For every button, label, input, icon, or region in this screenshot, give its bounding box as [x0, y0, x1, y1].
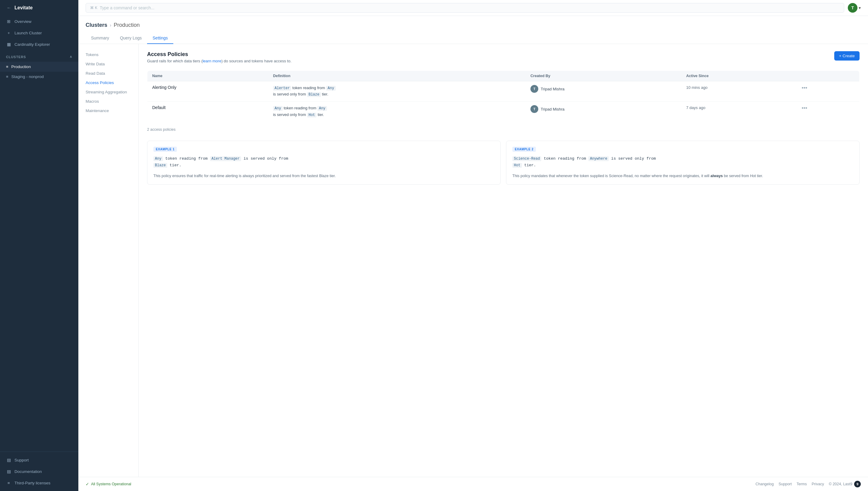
creator-name: Tripad Mishra: [541, 107, 564, 112]
settings-nav-macros[interactable]: Macros: [78, 97, 138, 106]
sidebar-item-label: Third-Party licenses: [15, 481, 50, 485]
status-section: ✓ All Systems Operational: [86, 482, 131, 487]
section-title-block: Access Policies Guard rails for which da…: [147, 51, 291, 69]
sidebar-cluster-production[interactable]: ≡ Production: [0, 62, 78, 72]
settings-nav-access-policies[interactable]: Access Policies: [78, 78, 138, 87]
settings-nav-tokens[interactable]: Tokens: [78, 50, 138, 59]
tabs: Summary Query Logs Settings: [86, 32, 861, 44]
created-by: T Tripad Mishra: [530, 85, 677, 93]
sidebar-item-support[interactable]: ▤ Support: [0, 454, 78, 466]
app-name: Levitate: [15, 5, 32, 10]
breadcrumb: Clusters › Production: [86, 22, 861, 28]
policy-name: Default: [152, 105, 165, 110]
sidebar-bottom: ▤ Support ▤ Documentation ≡ Third-Party …: [0, 452, 78, 491]
footer-links: Changelog Support Terms Privacy © 2024, …: [756, 481, 861, 487]
calendar-icon: ▦: [6, 41, 11, 47]
settings-nav-streaming-aggregation[interactable]: Streaming Aggregation: [78, 87, 138, 97]
main-content: ⌘ K Type a command or search... T ▾ Clus…: [78, 0, 868, 491]
settings-nav-write-data[interactable]: Write Data: [78, 59, 138, 69]
list-icon: ≡: [6, 75, 8, 79]
content-area: Clusters › Production Summary Query Logs…: [78, 16, 868, 477]
settings-content-area: Access Policies Guard rails for which da…: [139, 44, 868, 477]
sidebar-item-licenses[interactable]: ≡ Third-Party licenses: [0, 477, 78, 489]
create-button[interactable]: + Create: [834, 51, 860, 61]
section-description: Guard rails for which data tiers (learn …: [147, 59, 291, 63]
table-row: Default Any token reading from Any is se…: [147, 102, 860, 122]
chevron-up-icon: ∧: [69, 55, 72, 59]
breadcrumb-separator: ›: [110, 23, 111, 28]
tab-query-logs[interactable]: Query Logs: [114, 32, 147, 44]
chevron-down-icon: ▾: [859, 5, 861, 10]
terms-link[interactable]: Terms: [796, 482, 807, 486]
policy-definition: Any token reading from Any is served onl…: [273, 105, 521, 118]
avatar: T: [848, 3, 858, 13]
footer: ✓ All Systems Operational Changelog Supp…: [78, 477, 868, 491]
settings-nav-read-data[interactable]: Read Data: [78, 69, 138, 78]
settings-layout: Tokens Write Data Read Data Access Polic…: [78, 44, 868, 477]
status-text: All Systems Operational: [91, 482, 131, 486]
cluster-name: Staging - nonprod: [11, 75, 44, 79]
more-options-button[interactable]: •••: [801, 85, 809, 91]
creator-name: Tripad Mishra: [541, 87, 564, 91]
sidebar-item-launch-cluster[interactable]: + Launch Cluster: [0, 27, 78, 38]
settings-sidebar: Tokens Write Data Read Data Access Polic…: [78, 44, 139, 477]
sidebar-item-label: Cardinality Explorer: [15, 42, 50, 47]
sidebar-item-label: Overview: [15, 19, 31, 24]
back-icon[interactable]: ←: [6, 5, 12, 11]
more-options-button[interactable]: •••: [801, 105, 809, 112]
active-since: 10 mins ago: [686, 85, 708, 90]
clusters-section-header: CLUSTERS ∧: [0, 52, 78, 62]
col-actions: [796, 71, 860, 81]
example-desc-2: This policy mandates that whenever the t…: [512, 173, 853, 179]
sidebar-item-label: Documentation: [15, 469, 42, 474]
check-icon: ✓: [86, 482, 89, 487]
example-desc-1: This policy ensures that traffic for rea…: [153, 173, 494, 179]
settings-nav-maintenance[interactable]: Maintenance: [78, 106, 138, 115]
plus-icon: +: [6, 30, 11, 35]
breadcrumb-current: Production: [114, 22, 140, 28]
cluster-name: Production: [11, 64, 31, 69]
search-kbd: ⌘ K: [90, 6, 97, 10]
footer-logo: © 2024, Last9 9: [829, 481, 861, 487]
col-active-since: Active Since: [681, 71, 796, 81]
example-badge-2: EXAMPLE 2: [512, 147, 536, 152]
col-created-by: Created By: [526, 71, 681, 81]
table-row: Alerting Only Alerter token reading from…: [147, 81, 860, 102]
list-icon: ≡: [6, 64, 8, 69]
search-box[interactable]: ⌘ K Type a command or search...: [86, 3, 844, 13]
clusters-label: CLUSTERS: [6, 55, 26, 59]
example-policy-2: Science-Read token reading from Anywhere…: [512, 155, 853, 169]
examples-row: EXAMPLE 1 Any token reading from Alert M…: [147, 141, 860, 185]
sidebar-item-label: Launch Cluster: [15, 31, 42, 35]
support-icon: ▤: [6, 457, 11, 463]
created-by: T Tripad Mishra: [530, 105, 677, 113]
table-footer: 2 access policies: [147, 125, 860, 134]
sidebar-item-overview[interactable]: ⊞ Overview: [0, 16, 78, 27]
example-policy-1: Any token reading from Alert Manager is …: [153, 155, 494, 169]
licenses-icon: ≡: [6, 480, 11, 486]
changelog-link[interactable]: Changelog: [756, 482, 774, 486]
user-avatar-dropdown[interactable]: T ▾: [848, 3, 861, 13]
support-link[interactable]: Support: [779, 482, 792, 486]
sidebar-header[interactable]: ← Levitate: [0, 0, 78, 16]
sidebar-item-cardinality[interactable]: ▦ Cardinality Explorer: [0, 38, 78, 50]
sidebar: ← Levitate ⊞ Overview + Launch Cluster ▦…: [0, 0, 78, 491]
active-since: 7 days ago: [686, 106, 705, 110]
topbar: ⌘ K Type a command or search... T ▾: [78, 0, 868, 16]
access-policies-header: Access Policies Guard rails for which da…: [147, 51, 860, 69]
policy-definition: Alerter token reading from Any is served…: [273, 85, 521, 97]
example-card-2: EXAMPLE 2 Science-Read token reading fro…: [506, 141, 860, 185]
section-title: Access Policies: [147, 51, 291, 58]
breadcrumb-clusters[interactable]: Clusters: [86, 22, 107, 28]
policies-table: Name Definition Created By Active Since …: [147, 70, 860, 122]
sidebar-cluster-staging[interactable]: ≡ Staging - nonprod: [0, 72, 78, 82]
sidebar-item-documentation[interactable]: ▤ Documentation: [0, 466, 78, 477]
tab-settings[interactable]: Settings: [147, 32, 173, 44]
learn-more-link[interactable]: learn more: [202, 59, 221, 63]
example-badge-1: EXAMPLE 1: [153, 147, 177, 152]
privacy-link[interactable]: Privacy: [812, 482, 824, 486]
col-name: Name: [147, 71, 268, 81]
tab-summary[interactable]: Summary: [86, 32, 114, 44]
example-card-1: EXAMPLE 1 Any token reading from Alert M…: [147, 141, 501, 185]
page-header: Clusters › Production Summary Query Logs…: [78, 16, 868, 44]
